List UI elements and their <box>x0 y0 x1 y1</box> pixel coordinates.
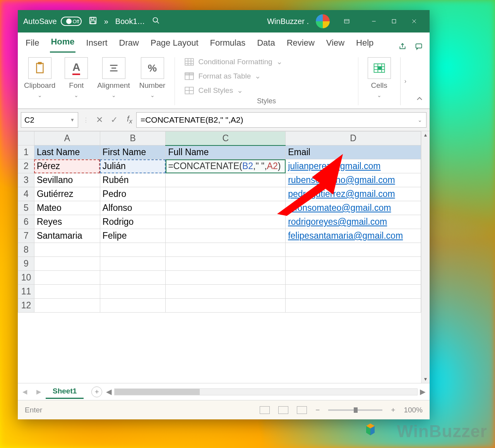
view-page-layout-icon[interactable] <box>278 406 288 414</box>
scroll-up-icon[interactable]: ▲ <box>421 131 430 139</box>
zoom-out-icon[interactable]: − <box>315 406 320 414</box>
cell[interactable]: First Name <box>100 145 166 159</box>
row-header[interactable]: 8 <box>18 243 34 257</box>
cell[interactable] <box>166 229 286 243</box>
group-number[interactable]: % Number ⌄ <box>139 57 166 105</box>
group-cells[interactable]: Cells ⌄ <box>368 57 391 105</box>
scroll-left-icon[interactable]: ◀ <box>106 387 112 396</box>
cell[interactable]: Santamaria <box>34 229 100 243</box>
cell[interactable] <box>100 271 166 285</box>
cell[interactable]: Sevillano <box>34 173 100 187</box>
scroll-down-icon[interactable]: ▼ <box>421 375 430 383</box>
comments-icon[interactable] <box>415 43 423 53</box>
cell-a2[interactable]: Pérez <box>34 159 100 173</box>
qat-overflow[interactable]: » <box>104 17 108 26</box>
share-icon[interactable] <box>399 43 406 53</box>
col-header-d[interactable]: D <box>286 132 421 145</box>
zoom-in-icon[interactable]: + <box>391 406 395 414</box>
group-alignment[interactable]: Alignment ⌄ <box>97 57 130 105</box>
maximize-button[interactable] <box>384 14 404 29</box>
cell[interactable]: pedrogutierrez@gmail.com <box>286 187 421 201</box>
cell[interactable] <box>166 201 286 215</box>
fx-icon[interactable]: fx <box>123 115 136 125</box>
accept-formula-icon[interactable]: ✓ <box>111 115 118 125</box>
row-header[interactable]: 2 <box>18 159 34 173</box>
cell[interactable]: Rubén <box>100 173 166 187</box>
cell[interactable] <box>166 299 286 313</box>
search-icon[interactable] <box>152 17 160 26</box>
cell[interactable] <box>166 285 286 299</box>
cell[interactable] <box>100 243 166 257</box>
zoom-slider[interactable] <box>328 409 382 411</box>
conditional-formatting-button[interactable]: Conditional Formatting ⌄ <box>184 57 348 66</box>
sheet-tab[interactable]: Sheet1 <box>46 385 84 399</box>
row-header[interactable]: 3 <box>18 173 34 187</box>
cell[interactable] <box>100 257 166 271</box>
row-header[interactable]: 5 <box>18 201 34 215</box>
cell[interactable] <box>166 257 286 271</box>
cell-c2-active[interactable]: =CONCATENATE(B2," ",A2) <box>166 159 286 173</box>
cell[interactable]: Alfonso <box>100 201 166 215</box>
cell[interactable] <box>34 257 100 271</box>
cell[interactable]: Last Name <box>34 145 100 159</box>
horizontal-scrollbar[interactable]: ◀ ▶ <box>102 387 430 396</box>
cell[interactable] <box>286 243 421 257</box>
cell[interactable]: Rodrigo <box>100 215 166 229</box>
close-button[interactable] <box>404 14 424 29</box>
name-box[interactable]: C2 ▼ <box>21 112 78 128</box>
cell[interactable]: Gutiérrez <box>34 187 100 201</box>
tab-help[interactable]: Help <box>355 34 374 53</box>
scroll-right-icon[interactable]: ▶ <box>420 387 426 396</box>
cell-styles-button[interactable]: Cell Styles ⌄ <box>184 86 348 95</box>
cell[interactable]: julianperez@gmail.com <box>286 159 421 173</box>
formula-bar[interactable]: =CONCATENATE(B2," ",A2) ⌄ <box>136 112 426 128</box>
tab-view[interactable]: View <box>325 34 345 53</box>
cell[interactable]: rodrigoreyes@gmail.com <box>286 215 421 229</box>
tab-formulas[interactable]: Formulas <box>209 34 247 53</box>
view-page-break-icon[interactable] <box>297 406 307 414</box>
group-clipboard[interactable]: Clipboard ⌄ <box>24 57 55 105</box>
cell[interactable] <box>166 173 286 187</box>
ribbon-mode-button[interactable] <box>337 14 357 29</box>
cell[interactable]: Pedro <box>100 187 166 201</box>
tab-draw[interactable]: Draw <box>118 34 140 53</box>
cell[interactable] <box>286 299 421 313</box>
cell[interactable] <box>34 243 100 257</box>
row-header[interactable]: 12 <box>18 299 34 313</box>
cell-b2[interactable]: Julián <box>100 159 166 173</box>
autosave-toggle[interactable]: AutoSave Off <box>23 17 82 26</box>
format-as-table-button[interactable]: Format as Table ⌄ <box>184 72 348 80</box>
toggle-switch[interactable]: Off <box>61 17 82 26</box>
cell[interactable]: Mateo <box>34 201 100 215</box>
collapse-ribbon-icon[interactable] <box>416 57 423 105</box>
cell[interactable] <box>286 271 421 285</box>
cell[interactable] <box>34 285 100 299</box>
cell[interactable] <box>34 271 100 285</box>
row-header[interactable]: 6 <box>18 215 34 229</box>
row-header[interactable]: 7 <box>18 229 34 243</box>
cell[interactable]: Reyes <box>34 215 100 229</box>
group-font[interactable]: A Font ⌄ <box>65 57 88 105</box>
add-sheet-button[interactable]: + <box>91 386 102 397</box>
cell[interactable]: Felipe <box>100 229 166 243</box>
cancel-formula-icon[interactable]: ✕ <box>96 115 103 125</box>
worksheet-grid[interactable]: A B C D 1 Last Name First Name Full Name… <box>18 131 421 313</box>
row-header[interactable]: 11 <box>18 285 34 299</box>
col-header-a[interactable]: A <box>34 132 100 145</box>
expand-formula-icon[interactable]: ⌄ <box>418 117 422 123</box>
scroll-thumb[interactable] <box>115 389 200 395</box>
sheet-nav-next[interactable]: ▶ <box>32 388 46 395</box>
col-header-c[interactable]: C <box>166 132 286 145</box>
cell[interactable]: Full Name <box>166 145 286 159</box>
tab-file[interactable]: File <box>25 34 40 53</box>
minimize-button[interactable] <box>364 14 384 29</box>
row-header[interactable]: 10 <box>18 271 34 285</box>
save-icon[interactable] <box>89 16 97 27</box>
cell[interactable] <box>286 285 421 299</box>
cell[interactable] <box>166 215 286 229</box>
user-label[interactable]: WinBuzzer . <box>267 17 309 26</box>
row-header[interactable]: 4 <box>18 187 34 201</box>
user-avatar[interactable] <box>316 14 330 28</box>
sheet-nav-prev[interactable]: ◀ <box>18 388 32 395</box>
view-normal-icon[interactable] <box>260 406 270 414</box>
